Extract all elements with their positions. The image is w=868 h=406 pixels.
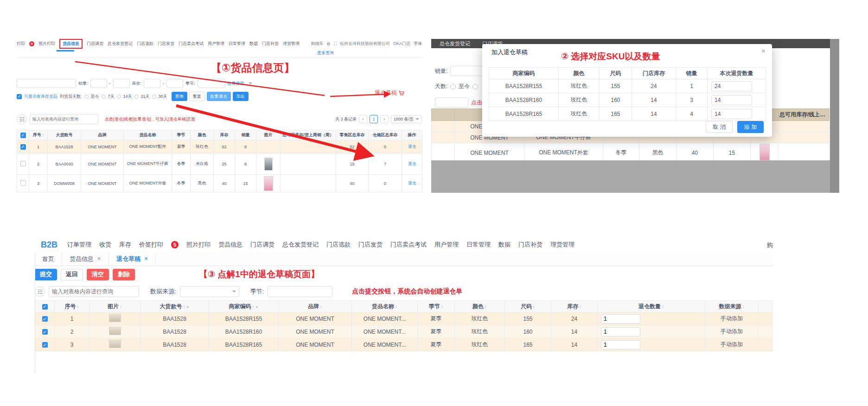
- return-draft-link[interactable]: 退仓草稿: [375, 89, 405, 97]
- nav-item-10[interactable]: 日常管理: [229, 41, 245, 47]
- cancel-button[interactable]: 取 消: [706, 121, 732, 133]
- column-header-序号[interactable]: 序号↕: [29, 130, 48, 140]
- filter-icon[interactable]: ▼: [255, 305, 258, 309]
- column-header-图片[interactable]: 图片↕: [89, 301, 140, 312]
- sort-icon[interactable]: ↕: [579, 304, 581, 309]
- tab-close-icon[interactable]: ✕: [97, 256, 101, 262]
- column-header-序号[interactable]: 序号↕: [55, 301, 89, 312]
- b2b-nav-item-10[interactable]: 门店发货: [358, 241, 383, 249]
- season-input[interactable]: [268, 286, 332, 297]
- action-button-删除[interactable]: 删除: [113, 269, 135, 280]
- column-header-季节[interactable]: 季节↕: [418, 301, 455, 312]
- column-header-货品名称[interactable]: 货品名称↕: [352, 301, 418, 312]
- nav-item-4[interactable]: 门店调货: [87, 41, 103, 47]
- days-radio-5[interactable]: [152, 95, 156, 99]
- season-input[interactable]: [198, 79, 225, 88]
- column-header-大货款号[interactable]: 大货款号↕▼: [140, 301, 209, 312]
- table-search-input[interactable]: [17, 79, 76, 88]
- tab-close-icon[interactable]: ✕: [144, 256, 148, 262]
- nav-item-11[interactable]: 数据: [249, 41, 258, 47]
- action-button-清空[interactable]: 清空: [87, 269, 109, 280]
- table-filter-input[interactable]: [30, 114, 98, 124]
- filter-button-1[interactable]: 查询: [172, 92, 187, 101]
- nav-item-13[interactable]: 理货管理: [283, 41, 300, 47]
- grid-columns-icon[interactable]: [35, 286, 45, 297]
- return-link[interactable]: 退仓: [408, 144, 416, 149]
- topbar-item-1[interactable]: 总仓发货登记: [440, 40, 470, 47]
- b2b-nav-item-13[interactable]: 日常管理: [466, 241, 491, 249]
- tab-退仓草稿[interactable]: 退仓草稿✕: [109, 252, 156, 266]
- filter-icon[interactable]: ▼: [186, 305, 189, 309]
- stock-min-input[interactable]: [144, 79, 160, 88]
- qty-input[interactable]: [711, 95, 752, 105]
- column-header-退仓数量[interactable]: 退仓数量↕: [598, 301, 705, 312]
- next-page-button[interactable]: ›: [380, 115, 389, 123]
- b2b-nav-item-5[interactable]: 照片打印: [186, 241, 211, 249]
- row-checkbox[interactable]: ✓: [42, 342, 48, 348]
- b2b-nav-item-4[interactable]: 价签打印: [139, 241, 163, 249]
- action-button-提交[interactable]: 提交: [35, 269, 57, 280]
- qty-input[interactable]: [601, 340, 640, 349]
- days-radio-3[interactable]: [117, 95, 121, 99]
- sort-icon[interactable]: ↕: [485, 304, 487, 309]
- b2b-nav-item-3[interactable]: 库存: [119, 241, 131, 249]
- qty-input[interactable]: [711, 81, 752, 91]
- column-header-尺码[interactable]: 尺码↕: [505, 301, 551, 312]
- row-checkbox[interactable]: ✓: [42, 316, 48, 322]
- qty-input[interactable]: [711, 109, 752, 119]
- sales-input[interactable]: [450, 66, 484, 76]
- current-page[interactable]: 1: [370, 115, 378, 123]
- only-stock-checkbox[interactable]: ✓: [17, 94, 22, 99]
- filter-button-4[interactable]: 导出: [233, 92, 249, 101]
- nav-item-5[interactable]: 总仓发货登记: [108, 41, 133, 47]
- days-radio-4[interactable]: [134, 95, 139, 99]
- close-icon[interactable]: ×: [761, 47, 766, 55]
- b2b-nav-item-14[interactable]: 数据: [498, 241, 511, 249]
- fullscreen-icon[interactable]: ⛶: [334, 41, 337, 46]
- nav-item-8[interactable]: 门店卖点考试: [179, 41, 204, 47]
- column-header-checkbox[interactable]: ✓: [35, 301, 55, 312]
- sort-icon[interactable]: ↕: [395, 304, 397, 309]
- nav-item-7[interactable]: 门店发货: [158, 41, 174, 47]
- days-radio-2[interactable]: [102, 95, 106, 99]
- b2b-nav-item-8[interactable]: 总仓发货登记: [282, 241, 319, 249]
- row-checkbox[interactable]: ✓: [42, 329, 48, 335]
- filter-button-2[interactable]: 重置: [189, 92, 205, 101]
- stock-max-input[interactable]: [166, 79, 183, 88]
- sort-icon[interactable]: ↕: [320, 304, 322, 309]
- sort-icon[interactable]: ↕: [742, 304, 745, 309]
- b2b-nav-item-16[interactable]: 理货管理: [550, 241, 574, 249]
- row-checkbox[interactable]: [20, 180, 26, 186]
- select-all-checkbox[interactable]: ✓: [20, 133, 26, 138]
- sales-min-input[interactable]: [90, 79, 107, 88]
- nav-item-6[interactable]: 门店选款: [137, 41, 153, 47]
- sort-icon[interactable]: ↕: [42, 133, 44, 137]
- sort-icon[interactable]: ↕: [183, 304, 185, 309]
- add-button[interactable]: 添 加: [737, 121, 764, 133]
- more-query-link[interactable]: 更多查询: [317, 50, 334, 56]
- page-size-select[interactable]: 1000 条/页: [391, 115, 422, 123]
- days-radio-1[interactable]: [84, 95, 89, 99]
- b2b-nav-item-15[interactable]: 门店补货: [518, 241, 542, 249]
- gear-icon[interactable]: ⚙: [327, 42, 331, 46]
- nav-item-3[interactable]: 货品信息: [59, 39, 83, 49]
- b2b-nav-item-2[interactable]: 收货: [99, 241, 111, 249]
- batch-search-link[interactable]: 批量搜索: [228, 81, 244, 87]
- column-header-库存[interactable]: 库存↕: [551, 301, 598, 312]
- column-header-商家编码[interactable]: 商家编码↕▼: [209, 301, 279, 312]
- qty-input[interactable]: [601, 314, 640, 324]
- nav-item-1[interactable]: 打印: [17, 41, 25, 47]
- radio-today[interactable]: [450, 84, 456, 89]
- source-select[interactable]: [180, 286, 239, 297]
- nav-item-12[interactable]: 门店补货: [262, 41, 279, 47]
- nav-item-9[interactable]: 用户管理: [208, 41, 224, 47]
- b2b-nav-item-11[interactable]: 门店卖点考试: [390, 241, 427, 249]
- sort-icon[interactable]: ↕: [77, 304, 79, 309]
- filter-button-3[interactable]: 批量退仓: [207, 92, 231, 101]
- grid-columns-icon[interactable]: [17, 114, 27, 124]
- tab-货品信息[interactable]: 货品信息✕: [62, 252, 109, 266]
- b2b-nav-item-9[interactable]: 门店选款: [326, 241, 351, 249]
- search-input[interactable]: [435, 97, 468, 108]
- prev-page-button[interactable]: ‹: [359, 115, 367, 123]
- b2b-nav-item-12[interactable]: 用户管理: [434, 241, 459, 249]
